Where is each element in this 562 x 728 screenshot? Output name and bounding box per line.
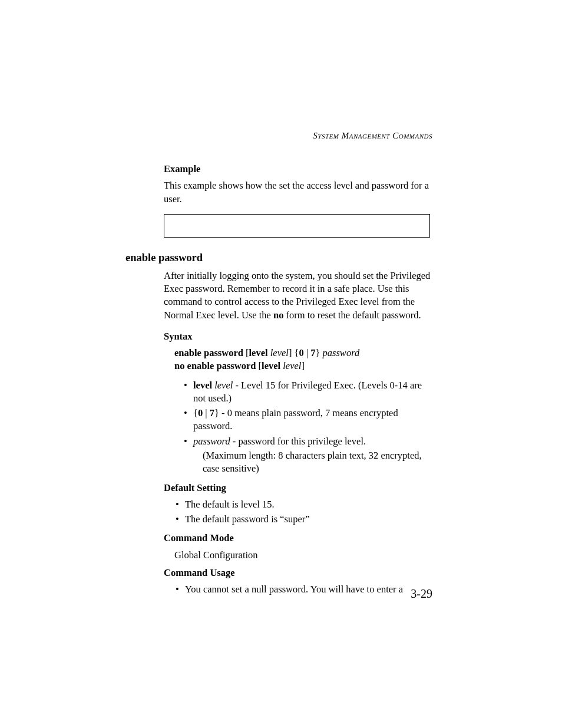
syntax-heading: Syntax [164,330,431,343]
syntax-l1-zero: 0 [299,347,303,358]
syntax-line-2: no enable password [level level] [174,360,431,373]
default-setting-heading: Default Setting [164,482,431,495]
default-setting-bullets: The default is level 15. The default pas… [176,498,431,526]
section-heading-wrap: enable password [164,251,431,263]
sb2-open: { [193,407,198,419]
syntax-l1-h: | [304,347,311,358]
syntax-l1-cmd: enable password [174,347,243,358]
example-heading: Example [164,163,431,176]
sb2-pipe: | [203,407,210,419]
ds-bullet-2: The default password is “super” [176,513,431,526]
syntax-l2-b: [ [256,360,262,371]
sb3-note: (Maximum length: 8 characters plain text… [203,449,431,476]
syntax-bullet-3: password - password for this privilege l… [184,435,431,476]
ds-bullet-1: The default is level 15. [176,498,431,511]
sb2-zero: 0 [198,407,203,419]
syntax-bullets: level level - Level 15 for Privileged Ex… [184,379,431,476]
command-usage-heading: Command Usage [164,566,431,579]
example-code-box [164,214,430,238]
syntax-l2-level-kw: level [262,360,280,371]
syntax-l1-password: password [323,347,360,358]
sb2-seven: 7 [210,407,214,419]
syntax-line-1: enable password [level level] {0 | 7} pa… [174,347,431,360]
sb2-rest: } - 0 means plain password, 7 means encr… [193,407,398,431]
running-head: System Management Commands [313,131,432,141]
syntax-l1-level-kw: level [249,347,268,358]
syntax-l1-level-arg: level [270,347,289,358]
sb1-level-kw: level [193,380,212,391]
sb3-pw: password [193,436,230,447]
sb1-level-arg: level [214,380,233,391]
syntax-bullet-2: {0 | 7} - 0 means plain password, 7 mean… [184,407,431,433]
content-block: Example This example shows how the set t… [164,163,431,602]
syntax-l1-j: } [315,347,322,358]
example-text: This example shows how the set the acces… [164,179,431,206]
intro-no-keyword: no [273,309,283,321]
section-intro: After initially logging onto the system,… [164,269,431,322]
syntax-bullet-1: level level - Level 15 for Privileged Ex… [184,379,431,406]
section-heading: enable password [125,251,203,265]
command-mode-text: Global Configuration [174,549,431,562]
sb3-rest: - password for this privilege level. [230,436,366,447]
page: System Management Commands Example This … [0,0,562,728]
page-number: 3-29 [411,587,432,601]
command-usage-bullets: You cannot set a null password. You will… [176,583,431,596]
command-mode-heading: Command Mode [164,532,431,545]
syntax-lines: enable password [level level] {0 | 7} pa… [174,347,431,373]
syntax-l2-f: ] [301,360,305,371]
syntax-l1-f: ] { [289,347,299,358]
syntax-l2-level-arg: level [283,360,301,371]
intro-part2: form to reset the default password. [283,309,421,321]
syntax-l2-cmd: no enable password [174,360,256,371]
cu-bullet-1: You cannot set a null password. You will… [176,583,431,596]
syntax-l1-b: [ [243,347,249,358]
